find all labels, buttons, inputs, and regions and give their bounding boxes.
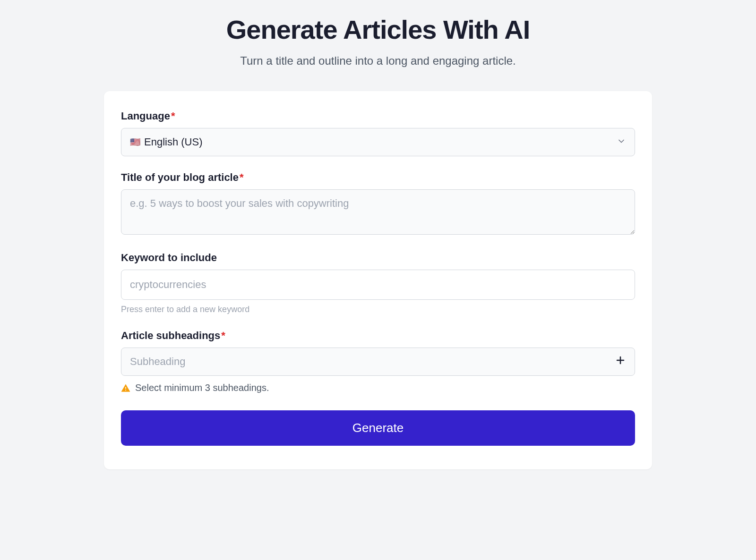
subheadings-label: Article subheadings* (121, 330, 635, 342)
subheadings-label-text: Article subheadings (121, 330, 220, 341)
language-label: Language* (121, 110, 635, 122)
subheadings-warning: Select minimum 3 subheadings. (121, 382, 635, 393)
warning-text: Select minimum 3 subheadings. (135, 382, 269, 393)
language-label-text: Language (121, 110, 170, 122)
keyword-hint: Press enter to add a new keyword (121, 305, 635, 314)
page-title: Generate Articles With AI (0, 14, 756, 45)
language-select[interactable]: 🇺🇸 English (US) (121, 128, 635, 156)
title-input[interactable] (121, 189, 635, 235)
keyword-input[interactable] (121, 270, 635, 300)
plus-icon[interactable] (615, 355, 626, 369)
required-asterisk: * (171, 110, 175, 122)
svg-rect-3 (125, 387, 126, 389)
keyword-label: Keyword to include (121, 252, 635, 264)
language-value: English (US) (144, 136, 617, 148)
form-card: Language* 🇺🇸 English (US) Title of your … (104, 91, 652, 469)
title-label-text: Title of your blog article (121, 171, 239, 183)
required-asterisk: * (240, 171, 244, 183)
chevron-down-icon (617, 136, 626, 148)
title-label: Title of your blog article* (121, 171, 635, 184)
generate-button[interactable]: Generate (121, 410, 635, 446)
page-subtitle: Turn a title and outline into a long and… (0, 54, 756, 68)
required-asterisk: * (221, 330, 225, 341)
subheading-input-wrap (121, 348, 635, 376)
subheading-input[interactable] (130, 348, 615, 375)
flag-icon: 🇺🇸 (130, 137, 140, 147)
warning-icon (121, 383, 130, 393)
svg-point-2 (125, 390, 126, 390)
